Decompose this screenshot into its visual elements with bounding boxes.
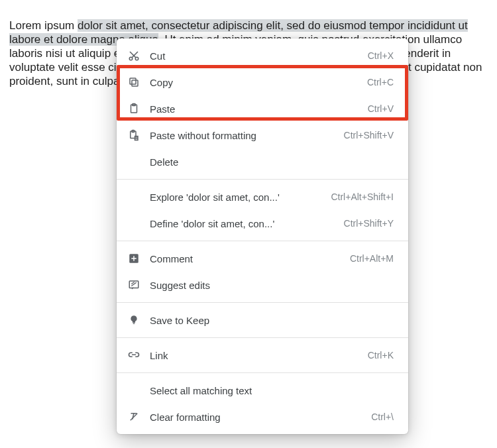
blank-icon	[127, 190, 140, 203]
menu-item-select-matching[interactable]: Select all matching text	[117, 377, 408, 404]
menu-shortcut: Ctrl+Shift+Y	[344, 218, 394, 229]
menu-item-define[interactable]: Define 'dolor sit amet, con...' Ctrl+Shi…	[117, 210, 408, 237]
blank-icon	[127, 384, 140, 397]
menu-divider	[117, 241, 408, 241]
paste-plain-icon	[127, 129, 140, 142]
menu-shortcut: Ctrl+C	[367, 77, 394, 87]
menu-item-save-keep[interactable]: Save to Keep	[117, 307, 408, 333]
menu-shortcut: Ctrl+\	[371, 412, 394, 422]
cut-icon	[127, 49, 140, 62]
menu-shortcut: Ctrl+V	[368, 103, 394, 114]
menu-label: Cut	[150, 50, 368, 62]
menu-label: Clear formatting	[150, 412, 371, 423]
menu-label: Link	[150, 350, 368, 361]
menu-item-copy[interactable]: Copy Ctrl+C	[117, 69, 408, 95]
blank-icon	[127, 155, 140, 168]
menu-divider	[117, 302, 408, 303]
keep-icon	[127, 313, 140, 327]
menu-item-delete[interactable]: Delete	[117, 148, 408, 175]
menu-label: Copy	[150, 77, 367, 88]
copy-icon	[127, 76, 140, 89]
menu-item-link[interactable]: Link Ctrl+K	[117, 342, 408, 368]
menu-divider	[117, 372, 408, 373]
menu-divider	[117, 179, 408, 180]
menu-label: Paste without formatting	[150, 130, 344, 141]
menu-item-cut[interactable]: Cut Ctrl+X	[117, 42, 408, 69]
context-menu: Cut Ctrl+X Copy Ctrl+C Paste Ctrl+V	[117, 38, 408, 434]
menu-label: Save to Keep	[150, 315, 394, 326]
menu-item-paste-plain[interactable]: Paste without formatting Ctrl+Shift+V	[117, 122, 408, 148]
menu-label: Suggest edits	[150, 280, 394, 291]
svg-rect-12	[133, 256, 135, 261]
suggest-icon	[127, 278, 140, 292]
svg-point-0	[129, 57, 133, 60]
menu-label: Define 'dolor sit amet, con...'	[150, 218, 344, 229]
menu-label: Paste	[150, 103, 368, 115]
menu-label: Delete	[150, 156, 394, 168]
doc-text-before: Lorem ipsum	[9, 19, 78, 32]
svg-rect-14	[133, 323, 135, 324]
menu-item-suggest[interactable]: Suggest edits	[117, 272, 408, 298]
menu-shortcut: Ctrl+Alt+Shift+I	[331, 192, 394, 202]
menu-label: Explore 'dolor sit amet, con...'	[150, 192, 331, 203]
menu-divider	[117, 337, 408, 338]
svg-rect-4	[132, 80, 138, 86]
comment-icon	[127, 252, 140, 265]
menu-shortcut: Ctrl+Shift+V	[344, 130, 394, 140]
svg-point-1	[135, 57, 138, 60]
link-icon	[127, 349, 140, 362]
menu-item-comment[interactable]: Comment Ctrl+Alt+M	[117, 245, 408, 272]
menu-shortcut: Ctrl+K	[368, 350, 394, 361]
menu-shortcut: Ctrl+X	[368, 50, 394, 61]
paste-icon	[127, 102, 140, 115]
menu-label: Comment	[150, 253, 350, 264]
menu-shortcut: Ctrl+Alt+M	[350, 253, 394, 264]
clear-format-icon	[127, 410, 140, 423]
svg-rect-5	[130, 78, 136, 84]
menu-item-clear-formatting[interactable]: Clear formatting Ctrl+\	[117, 404, 408, 430]
menu-item-paste[interactable]: Paste Ctrl+V	[117, 95, 408, 122]
menu-label: Select all matching text	[150, 385, 394, 396]
menu-item-explore[interactable]: Explore 'dolor sit amet, con...' Ctrl+Al…	[117, 184, 408, 210]
blank-icon	[127, 217, 140, 230]
